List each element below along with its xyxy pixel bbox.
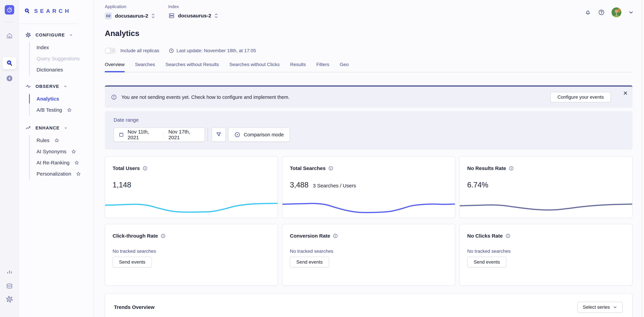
card-title: Total Searches bbox=[290, 166, 326, 171]
search-icon bbox=[6, 59, 13, 67]
sidebar-item-personalization[interactable]: Personalization bbox=[30, 168, 93, 180]
sidebar-item-label: Personalization bbox=[36, 171, 71, 177]
filter-button[interactable] bbox=[212, 128, 226, 142]
stopwatch-icon bbox=[6, 6, 13, 13]
no-clicks-rate-card: No Clicks Rate No tracked searches Send … bbox=[460, 224, 632, 286]
comparison-mode-label: Comparison mode bbox=[244, 132, 284, 138]
topbar-right bbox=[584, 8, 634, 17]
send-events-button[interactable]: Send events bbox=[467, 257, 506, 268]
sidebar-item-analytics[interactable]: Analytics bbox=[30, 93, 93, 104]
comparison-mode-button[interactable]: Comparison mode bbox=[228, 128, 290, 142]
star-icon bbox=[67, 108, 72, 112]
user-menu-chevron-icon[interactable] bbox=[628, 10, 634, 15]
metrics-row-2: Click-through Rate No tracked searches S… bbox=[105, 224, 632, 286]
no-results-rate-sparkline bbox=[460, 197, 632, 214]
index-label: Index bbox=[168, 4, 218, 9]
indices-stack-icon[interactable] bbox=[6, 282, 13, 290]
chevron-down-icon bbox=[613, 305, 617, 310]
analytics-tabs: Overview Searches Searches without Resul… bbox=[105, 62, 632, 72]
user-avatar[interactable] bbox=[612, 8, 621, 17]
banner-message: You are not sending events yet. Check ho… bbox=[121, 94, 290, 100]
info-icon[interactable] bbox=[333, 233, 338, 238]
events-banner: You are not sending events yet. Check ho… bbox=[105, 85, 632, 108]
page-title: Analytics bbox=[105, 29, 140, 38]
recommend-icon[interactable] bbox=[6, 75, 13, 82]
empty-state-text: No tracked searches bbox=[112, 248, 270, 254]
nav-section-enhance[interactable]: ENHANCE bbox=[19, 124, 93, 132]
search-product-active[interactable] bbox=[2, 57, 16, 69]
nav-section-label: OBSERVE bbox=[36, 84, 59, 89]
sidebar: SEARCH CONFIGURE Index Query Suggestions… bbox=[19, 0, 94, 317]
sidebar-item-rules[interactable]: Rules bbox=[30, 135, 93, 146]
home-icon[interactable] bbox=[6, 32, 13, 40]
sidebar-item-ai-reranking[interactable]: AI Re-Ranking bbox=[30, 157, 93, 168]
tab-filters[interactable]: Filters bbox=[316, 62, 329, 72]
sidebar-item-index[interactable]: Index bbox=[30, 42, 93, 53]
tab-searches-without-results[interactable]: Searches without Results bbox=[166, 62, 219, 72]
nav-section-observe[interactable]: OBSERVE bbox=[19, 82, 93, 90]
tab-searches-without-clicks[interactable]: Searches without Clicks bbox=[229, 62, 280, 72]
sidebar-item-ai-synonyms[interactable]: AI Synonyms bbox=[30, 146, 93, 157]
total-users-card: Total Users 1,148 bbox=[105, 156, 278, 218]
include-replicas-toggle[interactable]: × bbox=[105, 48, 116, 54]
sidebar-item-label: Dictionaries bbox=[36, 67, 63, 73]
star-icon bbox=[54, 138, 59, 143]
date-start: Nov 11th, 2021 bbox=[128, 129, 159, 140]
info-icon[interactable] bbox=[160, 233, 166, 238]
star-icon bbox=[76, 171, 81, 176]
card-title: No Clicks Rate bbox=[467, 233, 503, 239]
notifications-bell-icon[interactable] bbox=[584, 9, 591, 16]
trending-up-icon bbox=[25, 125, 31, 131]
date-range-label: Date range bbox=[114, 117, 632, 123]
pulse-icon bbox=[25, 84, 31, 89]
index-selector[interactable]: Index docusaurus-2 bbox=[168, 4, 218, 19]
close-icon[interactable] bbox=[623, 90, 628, 96]
chevron-down-icon bbox=[64, 84, 68, 88]
usage-chart-icon[interactable] bbox=[6, 268, 13, 275]
date-end: Nov 17th, 2021 bbox=[168, 129, 200, 140]
configure-events-button[interactable]: Configure your events bbox=[550, 92, 611, 102]
info-icon[interactable] bbox=[142, 166, 148, 171]
metrics-row-1: Total Users 1,148 Total Searches 3,488 3 bbox=[105, 156, 632, 218]
settings-gear-icon[interactable] bbox=[6, 296, 13, 303]
application-selector[interactable]: Application D2 docusaurus-2 bbox=[105, 4, 155, 20]
date-range-panel: Date range Nov 11th, 2021 Nov 17th, 2021 bbox=[105, 111, 632, 150]
sidebar-nav: CONFIGURE Index Query Suggestions Dictio… bbox=[19, 31, 93, 180]
info-icon[interactable] bbox=[509, 166, 514, 171]
send-events-button[interactable]: Send events bbox=[112, 257, 152, 268]
tab-searches[interactable]: Searches bbox=[135, 62, 155, 72]
sidebar-item-label: Query Suggestions bbox=[36, 56, 80, 62]
nav-section-configure[interactable]: CONFIGURE bbox=[19, 31, 93, 39]
date-separator bbox=[164, 132, 164, 138]
alert-info-icon bbox=[111, 94, 117, 100]
card-value: 3,488 bbox=[290, 181, 308, 189]
total-searches-card: Total Searches 3,488 3 Searches / Users bbox=[282, 156, 455, 218]
sidebar-item-query-suggestions[interactable]: Query Suggestions bbox=[30, 53, 93, 64]
app-switcher-icon[interactable] bbox=[5, 5, 14, 14]
info-icon[interactable] bbox=[506, 233, 510, 238]
sort-chevrons-icon bbox=[214, 12, 218, 19]
sidebar-item-ab-testing[interactable]: A/B Testing bbox=[30, 104, 93, 116]
scrollbar-track[interactable] bbox=[642, 0, 644, 317]
select-series-button[interactable]: Select series bbox=[578, 302, 623, 313]
info-icon[interactable] bbox=[328, 166, 333, 171]
sidebar-item-label: AI Synonyms bbox=[36, 149, 66, 154]
card-title: No Results Rate bbox=[467, 166, 506, 171]
nav-items-enhance: Rules AI Synonyms AI Re-Ranking Personal… bbox=[29, 135, 93, 180]
sidebar-item-label: Rules bbox=[36, 138, 50, 143]
sidebar-item-label: Analytics bbox=[36, 96, 59, 102]
tab-results[interactable]: Results bbox=[290, 62, 306, 72]
date-range-button[interactable]: Nov 11th, 2021 Nov 17th, 2021 bbox=[114, 128, 205, 142]
sidebar-item-dictionaries[interactable]: Dictionaries bbox=[30, 64, 93, 75]
chevron-down-icon bbox=[69, 33, 73, 37]
tab-geo[interactable]: Geo bbox=[340, 62, 349, 72]
help-icon[interactable] bbox=[598, 9, 605, 16]
index-icon bbox=[168, 12, 175, 19]
card-value: 6.74% bbox=[467, 181, 488, 189]
tab-overview[interactable]: Overview bbox=[105, 62, 124, 72]
send-events-button[interactable]: Send events bbox=[290, 257, 329, 268]
conversion-rate-card: Conversion Rate No tracked searches Send… bbox=[282, 224, 455, 286]
clock-icon bbox=[169, 48, 174, 54]
search-product-logo[interactable]: SEARCH bbox=[24, 8, 71, 14]
play-circle-icon bbox=[234, 132, 240, 138]
